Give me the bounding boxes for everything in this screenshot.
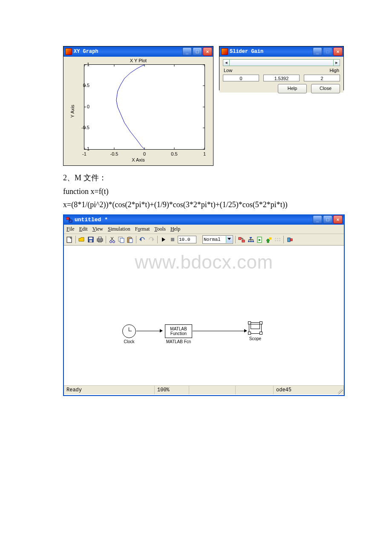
- simulink-icon: [66, 217, 72, 223]
- mode-select[interactable]: Normal: [202, 235, 233, 244]
- debug-icon[interactable]: [256, 236, 263, 243]
- slider-right-arrow[interactable]: ►: [333, 59, 340, 66]
- wire-fcn-to-scope: [193, 331, 245, 331]
- high-label: High: [329, 68, 339, 73]
- status-pane-a: [189, 386, 236, 394]
- clock-label: Clock: [122, 339, 136, 344]
- xy-graph-title: XY Graph: [74, 49, 182, 55]
- build-icon[interactable]: [265, 236, 272, 243]
- menu-help[interactable]: Help: [170, 226, 180, 232]
- menu-file[interactable]: File: [66, 226, 75, 232]
- menu-tools[interactable]: Tools: [154, 226, 166, 232]
- run-icon[interactable]: [160, 236, 167, 243]
- menu-edit[interactable]: Edit: [79, 226, 88, 232]
- open-icon[interactable]: [78, 236, 86, 243]
- close-button[interactable]: ×: [333, 47, 343, 56]
- arrow-icon: [160, 329, 164, 332]
- svg-rect-38: [129, 239, 133, 243]
- svg-rect-27: [89, 240, 92, 242]
- svg-rect-24: [67, 237, 72, 243]
- xy-graph-titlebar[interactable]: XY Graph _ □ ×: [63, 46, 213, 57]
- svg-rect-61: [275, 238, 276, 239]
- status-solver: ode45: [274, 386, 344, 394]
- cut-icon[interactable]: [108, 236, 116, 243]
- resize-grip[interactable]: [338, 389, 343, 394]
- plot-ylabel: Y Axis: [70, 104, 75, 117]
- maximize-button[interactable]: □: [323, 215, 332, 224]
- new-icon[interactable]: [66, 236, 73, 243]
- svg-rect-48: [250, 237, 252, 238]
- section-heading: 2、M 文件：: [63, 173, 344, 183]
- toggle-icon[interactable]: [286, 236, 294, 243]
- slider-gain-titlebar[interactable]: Slider Gain _ □ ×: [219, 46, 343, 57]
- maximize-button[interactable]: □: [193, 47, 202, 56]
- plot-xlabel: X Axis: [63, 156, 213, 162]
- model-explorer-icon[interactable]: [247, 236, 254, 243]
- close-button[interactable]: ×: [333, 215, 343, 224]
- close-button[interactable]: ×: [203, 47, 212, 56]
- svg-rect-64: [275, 240, 276, 241]
- matlab-icon: [65, 48, 72, 55]
- menu-format[interactable]: Format: [135, 226, 150, 232]
- refresh-icon[interactable]: [274, 236, 281, 243]
- function-body: x=(8*1/(pi^2))*(cos(2*pi*t)+(1/9)*cos(3*…: [63, 200, 344, 209]
- low-value-input[interactable]: 0: [223, 75, 259, 81]
- wire-clock-to-fcn: [136, 331, 161, 331]
- svg-rect-63: [279, 238, 280, 239]
- svg-point-33: [110, 240, 112, 243]
- simulink-canvas[interactable]: www.bdocx.com Clock MATLAB Function MATL…: [64, 246, 344, 385]
- close-button[interactable]: Close: [311, 84, 340, 93]
- scope-block[interactable]: Scope: [249, 322, 262, 341]
- menu-simulation[interactable]: Simulation: [108, 226, 130, 232]
- watermark-text: www.bdocx.com: [64, 251, 344, 273]
- svg-rect-50: [250, 241, 252, 242]
- svg-rect-21: [69, 220, 72, 222]
- copy-icon[interactable]: [117, 236, 125, 243]
- simulink-titlebar[interactable]: untitled * _ □ ×: [64, 214, 344, 225]
- svg-rect-36: [120, 238, 124, 243]
- svg-rect-29: [98, 237, 101, 239]
- status-zoom: 100%: [155, 386, 189, 394]
- current-value-input[interactable]: 1.5392: [263, 75, 300, 81]
- slider-track[interactable]: [230, 59, 333, 66]
- minimize-button[interactable]: _: [182, 47, 192, 56]
- svg-rect-51: [252, 241, 254, 242]
- svg-marker-59: [266, 239, 270, 243]
- help-button[interactable]: Help: [278, 84, 307, 93]
- clock-block[interactable]: Clock: [122, 324, 136, 344]
- svg-rect-43: [171, 238, 174, 241]
- matlab-fcn-label: MATLAB Fcn: [165, 339, 192, 344]
- status-bar: Ready 100% ode45: [64, 385, 344, 394]
- svg-rect-66: [279, 240, 280, 241]
- svg-rect-30: [98, 241, 101, 242]
- svg-rect-67: [288, 238, 290, 242]
- paste-icon[interactable]: [126, 236, 134, 243]
- stop-time-input[interactable]: 10.0: [178, 236, 196, 243]
- stop-icon[interactable]: [169, 236, 176, 243]
- library-browser-icon[interactable]: [238, 236, 245, 243]
- menu-bar[interactable]: File Edit View Simulation Format Tools H…: [64, 225, 344, 234]
- scope-label: Scope: [249, 336, 262, 341]
- high-value-input[interactable]: 2: [304, 75, 340, 81]
- matlab-fcn-block[interactable]: MATLAB Function MATLAB Fcn: [165, 324, 192, 344]
- svg-rect-60: [269, 237, 271, 240]
- svg-rect-49: [248, 241, 250, 242]
- svg-rect-68: [290, 239, 292, 241]
- toolbar: 10.0 Normal: [64, 234, 344, 246]
- print-icon[interactable]: [96, 236, 104, 243]
- undo-icon[interactable]: [138, 236, 146, 243]
- slider-gain-window: Slider Gain _ □ × ◄ ► Low High 0: [219, 46, 344, 90]
- minimize-button[interactable]: _: [313, 47, 322, 56]
- slider-left-arrow[interactable]: ◄: [223, 59, 230, 66]
- save-icon[interactable]: [87, 236, 95, 243]
- simulink-window: untitled * _ □ × File Edit View Simulati…: [63, 214, 345, 396]
- redo-icon[interactable]: [147, 236, 155, 243]
- minimize-button[interactable]: _: [313, 215, 322, 224]
- menu-view[interactable]: View: [92, 226, 103, 232]
- maximize-button: □: [323, 47, 332, 56]
- svg-rect-44: [239, 237, 241, 240]
- svg-rect-39: [128, 237, 131, 238]
- status-pane-b: [236, 386, 274, 394]
- gain-slider[interactable]: ◄ ►: [223, 59, 340, 66]
- xy-graph-window: XY Graph _ □ × X Y Plot Y Axis: [63, 46, 213, 166]
